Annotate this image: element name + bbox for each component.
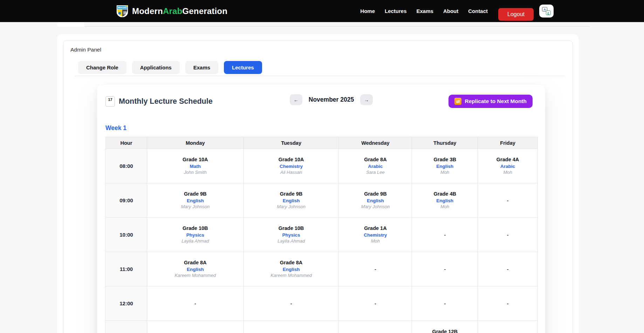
replicate-next-month-button[interactable]: ⇄ Replicate to Next Month xyxy=(448,95,533,108)
tab-exams[interactable]: Exams xyxy=(185,61,218,74)
top-active-tab[interactable] xyxy=(57,22,84,27)
tabs-divider xyxy=(75,76,565,76)
prev-month-button[interactable]: ← xyxy=(290,94,302,105)
lecture-cell: - xyxy=(478,252,538,286)
lecture-cell: Grade 10BPhysicsLayila Ahmad xyxy=(244,218,339,252)
schedule-table: HourMondayTuesdayWednesdayThursdayFriday… xyxy=(105,137,538,333)
navbar: MAGIS ModernArabGeneration HomeLecturesE… xyxy=(0,0,644,22)
tab-change-role[interactable]: Change Role xyxy=(78,61,126,74)
month-label: November 2025 xyxy=(308,96,355,103)
cell-teacher: Sara Lee xyxy=(366,170,385,175)
cell-grade: Grade 1A xyxy=(364,225,386,231)
cell-grade: Grade 12B xyxy=(432,329,458,333)
cell-subject: Arabic xyxy=(500,164,515,169)
cell-grade: Grade 8A xyxy=(280,260,302,266)
lecture-cell: Grade 8AEnglishKareem Mohammed xyxy=(147,252,244,286)
column-header-monday: Monday xyxy=(147,137,244,149)
logout-button[interactable]: Logout xyxy=(498,8,534,21)
cell-grade: Grade 3B xyxy=(433,157,456,163)
nav-link-exams[interactable]: Exams xyxy=(417,8,433,14)
cell-subject: English xyxy=(436,164,453,169)
top-tabstrip-divider xyxy=(57,26,590,27)
lecture-cell: Grade 9BEnglishMary Johnson xyxy=(244,183,339,218)
cell-teacher: Moh xyxy=(440,170,449,175)
table-row: 08:00Grade 10AMathJohn SmithGrade 10AChe… xyxy=(106,149,538,183)
cell-subject: English xyxy=(187,267,204,272)
lecture-cell xyxy=(339,321,412,333)
lecture-cell: - xyxy=(339,286,412,321)
cell-grade: Grade 4B xyxy=(433,191,456,197)
cell-teacher: Layila Ahmad xyxy=(181,239,209,244)
lecture-cell: Grade 10BPhysicsLayila Ahmad xyxy=(147,218,244,252)
table-row: 09:00Grade 9BEnglishMary JohnsonGrade 9B… xyxy=(106,183,538,218)
lecture-cell: - xyxy=(412,218,478,252)
lecture-cell: - xyxy=(412,252,478,286)
cell-subject: Physics xyxy=(282,232,300,238)
lecture-cell xyxy=(147,321,244,333)
brand-logo-icon: MAGIS xyxy=(116,5,129,18)
nav-link-home[interactable]: Home xyxy=(360,8,375,14)
nav-link-lectures[interactable]: Lectures xyxy=(385,8,407,14)
empty-slot-dash: - xyxy=(375,266,376,272)
cell-grade: Grade 9B xyxy=(184,191,206,197)
column-header-hour: Hour xyxy=(106,137,147,149)
cell-grade: Grade 10B xyxy=(183,225,208,231)
empty-slot-dash: - xyxy=(444,301,446,306)
empty-slot-dash: - xyxy=(194,301,196,306)
calendar-icon: 17 xyxy=(105,96,115,107)
lecture-cell: Grade 3BEnglishMoh xyxy=(412,149,478,183)
cell-teacher: Mary Johnson xyxy=(181,204,210,210)
cell-teacher: Mary Johnson xyxy=(361,204,390,210)
brand-text: ModernArabGeneration xyxy=(132,6,227,16)
admin-panel-title: Admin Panel xyxy=(70,47,101,53)
nav-link-contact[interactable]: Contact xyxy=(468,8,488,14)
cell-subject: Chemistry xyxy=(364,232,387,238)
column-header-thursday: Thursday xyxy=(412,137,478,149)
empty-slot-dash: - xyxy=(444,232,446,238)
translate-button[interactable]: A ع xyxy=(539,5,554,18)
repeat-icon: ⇄ xyxy=(454,98,461,105)
empty-slot-dash: - xyxy=(375,301,376,306)
empty-slot-dash: - xyxy=(444,266,446,272)
cell-grade: Grade 10A xyxy=(183,157,208,163)
schedule-title: Monthly Lecture Schedule xyxy=(119,97,213,106)
lecture-cell: Grade 8AEnglishKareem Mohammed xyxy=(244,252,339,286)
cell-teacher: John Smith xyxy=(184,170,207,175)
cell-grade: Grade 10B xyxy=(279,225,304,231)
lecture-cell: - xyxy=(147,286,244,321)
next-month-button[interactable]: → xyxy=(360,94,373,105)
cell-teacher: Kareem Mohammed xyxy=(270,273,312,278)
lecture-cell: - xyxy=(339,252,412,286)
hour-cell: 08:00 xyxy=(106,149,147,183)
lecture-cell: Grade 1AChemistryMoh xyxy=(339,218,412,252)
table-body: 08:00Grade 10AMathJohn SmithGrade 10AChe… xyxy=(106,149,538,333)
column-header-wednesday: Wednesday xyxy=(339,137,412,149)
lecture-cell: - xyxy=(244,286,339,321)
cell-subject: Math xyxy=(190,164,201,169)
brand[interactable]: MAGIS ModernArabGeneration xyxy=(116,5,227,18)
table-row: 10:00Grade 10BPhysicsLayila AhmadGrade 1… xyxy=(106,218,538,252)
tab-lectures[interactable]: Lectures xyxy=(224,61,262,74)
lecture-cell: - xyxy=(478,286,538,321)
hour-cell: 09:00 xyxy=(106,183,147,218)
lecture-cell: Grade 9BEnglishMary Johnson xyxy=(339,183,412,218)
cell-grade: Grade 8A xyxy=(364,157,386,163)
column-header-friday: Friday xyxy=(478,137,538,149)
empty-slot-dash: - xyxy=(507,232,509,238)
nav-link-about[interactable]: About xyxy=(443,8,458,14)
schedule-card: 17 Monthly Lecture Schedule ← November 2… xyxy=(97,85,545,333)
cell-subject: English xyxy=(367,198,384,204)
column-header-tuesday: Tuesday xyxy=(244,137,339,149)
lecture-cell: Grade 10AChemistryAli Hassan xyxy=(244,149,339,183)
lecture-cell: Grade 9BEnglishMary Johnson xyxy=(147,183,244,218)
lecture-cell: Grade 4AArabicMoh xyxy=(478,149,538,183)
table-row: 12:00----- xyxy=(106,286,538,321)
lecture-cell: Grade 10AMathJohn Smith xyxy=(147,149,244,183)
empty-slot-dash: - xyxy=(507,266,509,272)
cell-subject: Arabic xyxy=(368,164,383,169)
cell-teacher: Moh xyxy=(440,204,449,210)
cell-teacher: Kareem Mohammed xyxy=(174,273,216,278)
lecture-cell: - xyxy=(478,218,538,252)
admin-tabs: Change RoleApplicationsExamsLectures xyxy=(78,61,262,74)
tab-applications[interactable]: Applications xyxy=(132,61,180,74)
